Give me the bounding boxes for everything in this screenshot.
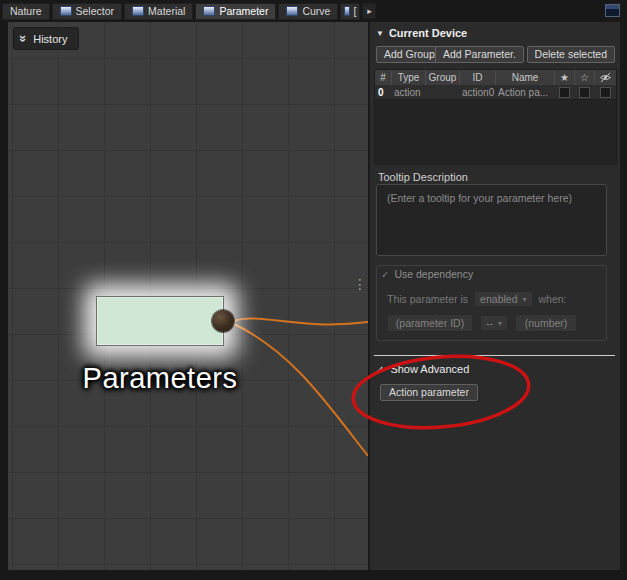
dependency-sentence-prefix: This parameter is bbox=[387, 293, 468, 305]
tab-nature-label: Nature bbox=[10, 5, 42, 17]
dependency-condition-row: This parameter is enabled ▾ when: bbox=[387, 291, 567, 307]
tab-parameter-label: Parameter bbox=[219, 5, 268, 17]
tab-clipped-label: [ bbox=[354, 5, 357, 17]
enabled-state-value: enabled bbox=[480, 293, 517, 305]
tab-material[interactable]: Material bbox=[124, 3, 193, 20]
col-header-hash: # bbox=[375, 70, 391, 85]
checkmark-icon: ✓ bbox=[376, 364, 384, 375]
section-divider bbox=[374, 355, 615, 356]
chevron-down-icon: ▾ bbox=[522, 295, 526, 304]
node-canvas[interactable]: » History Parameters ⋮ bbox=[8, 22, 368, 570]
dependency-number-input[interactable] bbox=[515, 314, 577, 332]
collapse-arrow-icon: ▼ bbox=[376, 29, 384, 38]
checkmark-icon: ✓ bbox=[381, 269, 389, 280]
dependency-parameter-id-input[interactable] bbox=[387, 314, 473, 332]
favorite-checkbox[interactable] bbox=[559, 87, 570, 98]
tooltip-description-input[interactable] bbox=[376, 184, 607, 256]
tab-parameter[interactable]: Parameter bbox=[195, 3, 276, 20]
tooltip-description-label: Tooltip Description bbox=[378, 171, 468, 183]
col-header-group: Group bbox=[425, 70, 459, 85]
panel-splitter-handle[interactable]: ⋮ bbox=[353, 278, 367, 290]
tab-curve-label: Curve bbox=[302, 5, 330, 17]
tab-selector-label: Selector bbox=[76, 5, 115, 17]
row-name: Action pa... bbox=[495, 87, 554, 98]
show-advanced-label: Show Advanced bbox=[390, 363, 469, 375]
current-device-header[interactable]: ▼ Current Device bbox=[376, 27, 467, 39]
properties-panel: ▼ Current Device Add Group Add Parameter… bbox=[369, 22, 620, 570]
history-chevrons-icon: » bbox=[17, 35, 30, 42]
star-outline-icon: ☆ bbox=[574, 70, 594, 85]
chevron-down-icon: ▾ bbox=[498, 319, 502, 328]
row-hash: 0 bbox=[375, 87, 391, 98]
connection-wire-top bbox=[234, 319, 368, 325]
operator-value: -- bbox=[486, 317, 493, 329]
visibility-off-icon bbox=[594, 70, 616, 85]
parameter-table-header: # Type Group ID Name ★ ☆ bbox=[375, 70, 616, 85]
enabled-state-dropdown[interactable]: enabled ▾ bbox=[474, 291, 532, 307]
current-device-label: Current Device bbox=[389, 27, 467, 39]
parameter-table: # Type Group ID Name ★ ☆ 0 action bbox=[374, 69, 617, 165]
tab-bar: Nature Selector Material Parameter Curve… bbox=[0, 0, 627, 22]
hidden-checkbox[interactable] bbox=[600, 87, 611, 98]
selector-tab-icon bbox=[60, 6, 72, 16]
star-filled-icon: ★ bbox=[554, 70, 574, 85]
window-icon[interactable] bbox=[605, 4, 620, 17]
history-button[interactable]: » History bbox=[14, 28, 78, 49]
row-type: action bbox=[391, 87, 425, 98]
history-label: History bbox=[33, 33, 67, 45]
tab-selector[interactable]: Selector bbox=[52, 3, 123, 20]
use-dependency-group: ✓ Use dependency This parameter is enabl… bbox=[376, 265, 607, 341]
app-window: Nature Selector Material Parameter Curve… bbox=[0, 0, 627, 580]
curve-tab-icon bbox=[286, 6, 298, 16]
node-output-port[interactable] bbox=[212, 310, 234, 332]
col-header-name: Name bbox=[495, 70, 554, 85]
tab-clipped[interactable]: [ bbox=[340, 3, 360, 20]
parameter-node[interactable] bbox=[96, 296, 224, 346]
delete-selected-button[interactable]: Delete selected bbox=[527, 46, 615, 63]
table-row[interactable]: 0 action action0 Action pa... bbox=[375, 85, 616, 100]
node-title: Parameters bbox=[50, 362, 270, 395]
operator-dropdown[interactable]: -- ▾ bbox=[480, 315, 508, 331]
secondary-favorite-checkbox[interactable] bbox=[579, 87, 590, 98]
row-id: action0 bbox=[459, 87, 495, 98]
parameter-tab-icon bbox=[203, 6, 215, 16]
clipped-tab-icon bbox=[344, 6, 349, 16]
col-header-id: ID bbox=[459, 70, 495, 85]
dependency-value-row: -- ▾ bbox=[387, 314, 577, 332]
col-header-type: Type bbox=[391, 70, 425, 85]
tab-nature[interactable]: Nature bbox=[2, 3, 50, 20]
use-dependency-checkbox[interactable]: ✓ Use dependency bbox=[381, 268, 473, 280]
tab-curve[interactable]: Curve bbox=[278, 3, 338, 20]
tab-material-label: Material bbox=[148, 5, 185, 17]
action-parameter-button[interactable]: Action parameter bbox=[380, 384, 478, 401]
use-dependency-label: Use dependency bbox=[394, 268, 473, 280]
add-parameter-button[interactable]: Add Parameter. bbox=[435, 46, 524, 63]
add-group-button[interactable]: Add Group bbox=[376, 46, 443, 63]
show-advanced-checkbox[interactable]: ✓ Show Advanced bbox=[376, 363, 469, 375]
scroll-arrow-icon: ▸ bbox=[367, 6, 372, 16]
tab-scroll-right-button[interactable]: ▸ bbox=[362, 3, 376, 19]
material-tab-icon bbox=[132, 6, 144, 16]
dependency-sentence-suffix: when: bbox=[539, 293, 567, 305]
